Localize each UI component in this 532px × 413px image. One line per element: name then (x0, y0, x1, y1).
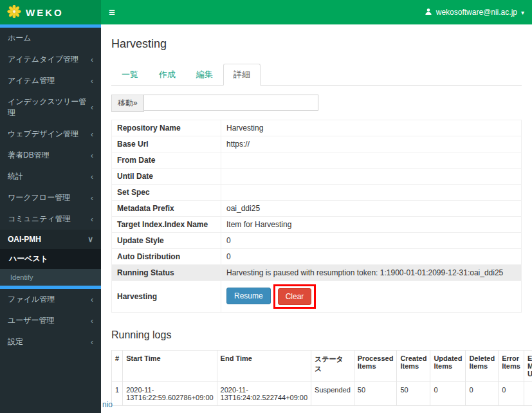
sidebar-item-item-admin[interactable]: アイテム管理 ‹ (0, 70, 101, 91)
detail-label: Set Spec (112, 185, 221, 201)
harvesting-actions-cell: ResumeClear (221, 281, 522, 313)
logs-col-header: Error Message, Url (524, 351, 532, 382)
chevron-down-icon: ∨ (87, 235, 93, 244)
chevron-left-icon: ‹ (91, 77, 93, 86)
clear-button[interactable]: Clear (278, 288, 312, 305)
log-processed-items: 50 (354, 382, 397, 406)
chevron-left-icon: ‹ (91, 295, 93, 304)
move-control: 移動» (111, 95, 522, 112)
sidebar-item-file-admin[interactable]: ファイル管理 ‹ (0, 289, 101, 310)
table-row: Base Url https:// (112, 136, 522, 152)
log-end-time: 2020-11-13T16:24:02.522744+09:00 (217, 382, 311, 406)
tab-detail[interactable]: 詳細 (223, 64, 261, 86)
sidebar-toggle-icon[interactable]: ≡ (109, 7, 115, 18)
table-row: Until Date (112, 169, 522, 185)
log-error-message (524, 382, 532, 406)
chevron-left-icon: ‹ (91, 338, 93, 347)
user-icon (425, 8, 432, 17)
sidebar-item-index-tree-admin[interactable]: インデックスツリー管理 ‹ (0, 91, 101, 124)
sidebar-item-user-admin[interactable]: ユーザー管理 ‹ (0, 310, 101, 331)
detail-label: Update Style (112, 233, 221, 249)
logs-col-header: # (112, 351, 123, 382)
table-row: Target Index.Index Name Item for Harvest… (112, 217, 522, 233)
user-email: wekosoftware@nii.ac.jp (436, 8, 517, 17)
move-button[interactable]: 移動» (111, 95, 144, 112)
table-row: From Date (112, 152, 522, 169)
tab-list[interactable]: 一覧 (111, 64, 149, 86)
page-title: Harvesting (111, 37, 522, 51)
table-row-running-status: Running Status Harvesting is paused with… (112, 265, 522, 281)
running-logs-table: # Start Time End Time ステータス Processed It… (111, 350, 532, 406)
log-error-items: 0 (499, 382, 524, 406)
chevron-left-icon: ‹ (91, 172, 93, 181)
oai-pmh-submenu: ハーベスト Identify (0, 249, 101, 286)
caret-down-icon: ▾ (521, 9, 524, 16)
detail-label: Harvesting (112, 281, 221, 313)
chevron-left-icon: ‹ (91, 151, 93, 160)
chevron-left-icon: ‹ (91, 317, 93, 326)
sidebar-item-web-design-admin[interactable]: ウェブデザイン管理 ‹ (0, 124, 101, 145)
logs-col-header: Processed Items (354, 351, 397, 382)
detail-label: From Date (112, 152, 221, 169)
footer-partial-link[interactable]: nio (102, 400, 113, 409)
logs-col-header: Start Time (123, 351, 217, 382)
detail-value (221, 169, 522, 185)
table-row: Set Spec (112, 185, 522, 201)
logs-col-header: Deleted Items (466, 351, 499, 382)
sidebar-item-community-admin[interactable]: コミュニティ管理 ‹ (0, 208, 101, 230)
chevron-left-icon: ‹ (91, 103, 93, 112)
logs-col-header: End Time (217, 351, 311, 382)
logs-row: 1 2020-11-13T16:22:59.602786+09:00 2020-… (112, 382, 532, 406)
detail-label: Base Url (112, 136, 221, 152)
main-content: Harvesting 一覧 作成 編集 詳細 移動» Repository Na… (101, 24, 532, 413)
sidebar-item-settings[interactable]: 設定 ‹ (0, 331, 101, 353)
detail-label: Metadata Prefix (112, 201, 221, 217)
sidebar: ホーム アイテムタイプ管理 ‹ アイテム管理 ‹ インデックスツリー管理 ‹ ウ… (0, 24, 101, 413)
detail-value (221, 185, 522, 201)
resume-button[interactable]: Resume (226, 288, 271, 304)
detail-value: Harvesting (221, 120, 522, 136)
sidebar-item-oai-pmh[interactable]: OAI-PMH ∨ (0, 230, 101, 249)
sidebar-item-harvest[interactable]: ハーベスト (0, 249, 101, 269)
detail-value: Item for Harvesting (221, 217, 522, 233)
logs-col-header: Error Items (499, 351, 524, 382)
detail-value: 0 (221, 249, 522, 265)
tab-create[interactable]: 作成 (149, 64, 186, 86)
tab-bar: 一覧 作成 編集 詳細 (111, 64, 522, 86)
log-updated-items: 0 (430, 382, 466, 406)
running-logs-title: Running logs (111, 329, 522, 341)
chevron-left-icon: ‹ (91, 194, 93, 203)
detail-value: Harvesting is paused with resumption tok… (221, 265, 522, 281)
detail-value (221, 152, 522, 169)
logs-header-row: # Start Time End Time ステータス Processed It… (112, 351, 532, 382)
log-start-time: 2020-11-13T16:22:59.602786+09:00 (123, 382, 217, 406)
logs-col-header: Updated Items (430, 351, 466, 382)
table-row: Repository Name Harvesting (112, 120, 522, 136)
tab-edit[interactable]: 編集 (186, 64, 223, 86)
log-created-items: 50 (397, 382, 430, 406)
harvest-detail-table: Repository Name Harvesting Base Url http… (111, 120, 522, 313)
log-number-link[interactable]: 1 (112, 382, 123, 406)
detail-label: Repository Name (112, 120, 221, 136)
sidebar-item-workflow-admin[interactable]: ワークフロー管理 ‹ (0, 187, 101, 208)
sidebar-item-identify[interactable]: Identify (0, 269, 101, 286)
logs-col-header: Created Items (397, 351, 430, 382)
detail-value: https:// (221, 136, 522, 152)
sidebar-item-home[interactable]: ホーム (0, 28, 101, 49)
log-deleted-items: 0 (466, 382, 499, 406)
table-row: Metadata Prefix oai_ddi25 (112, 201, 522, 217)
weko-flower-icon (6, 5, 22, 20)
sidebar-item-item-type-admin[interactable]: アイテムタイプ管理 ‹ (0, 49, 101, 70)
user-menu[interactable]: wekosoftware@nii.ac.jp ▾ (425, 8, 524, 17)
move-input[interactable] (143, 95, 318, 111)
annotation-highlight-box: Clear (273, 284, 316, 309)
sidebar-item-author-db-admin[interactable]: 著者DB管理 ‹ (0, 145, 101, 166)
detail-value: 0 (221, 233, 522, 249)
table-row: Update Style 0 (112, 233, 522, 249)
logo-text: WEKO (26, 7, 64, 18)
chevron-left-icon: ‹ (91, 130, 93, 139)
weko-logo[interactable]: WEKO (0, 0, 101, 24)
detail-label: Auto Distribution (112, 249, 221, 265)
detail-value: oai_ddi25 (221, 201, 522, 217)
sidebar-item-statistics[interactable]: 統計 ‹ (0, 166, 101, 187)
